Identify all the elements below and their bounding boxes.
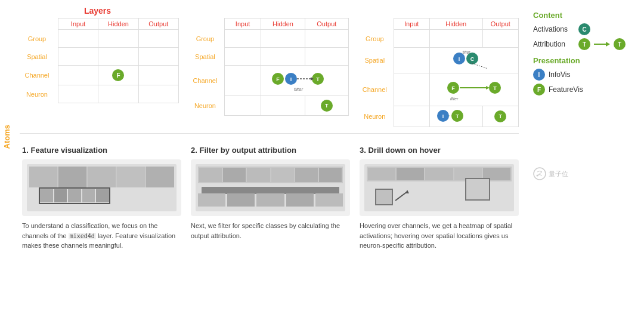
svg-line-14 (470, 63, 488, 69)
svg-text:T: T (493, 85, 497, 91)
graph-svg-3-spatial: I C filter (435, 48, 513, 72)
col-input-2: Input (224, 19, 261, 30)
svg-text:F: F (277, 76, 280, 82)
cell-neuron-output-1 (138, 85, 178, 103)
graph-svg-3-channel: F T filter (435, 73, 513, 104)
cell-neuron-graph-3: I T (429, 106, 482, 127)
badge-T-3: T (494, 110, 506, 122)
graph-svg-3-neuron: I T (432, 106, 480, 125)
svg-text:T: T (317, 76, 320, 82)
activations-badge: C (578, 23, 590, 35)
activations-row: Activations C (533, 23, 636, 35)
cell-channel-input-2 (224, 66, 261, 96)
col-output-2: Output (305, 19, 348, 30)
cell-spatial-graph-3: I C filter (429, 48, 518, 73)
cell-group-output-3 (482, 30, 518, 48)
svg-text:I: I (290, 76, 292, 82)
table-3: Input Hidden Output Group (356, 6, 519, 127)
svg-text:F: F (451, 85, 455, 91)
row-channel-1: Channel (16, 66, 58, 85)
badge-T-2: T (321, 100, 333, 112)
cell-neuron-input-2 (224, 96, 261, 116)
step-3-image (360, 159, 519, 216)
cell-channel-output-1 (138, 66, 178, 85)
col-input-1: Input (58, 19, 98, 30)
layer-table-2: Input Hidden Output Group (186, 18, 349, 116)
infovis-label: InfoVis (549, 70, 570, 79)
layers-title-1: Layers (16, 6, 179, 16)
step3-arrow-svg (391, 183, 426, 207)
col-hidden-2: Hidden (261, 19, 305, 30)
svg-point-30 (537, 175, 538, 177)
steps-section: 1. Feature visualization (14, 140, 525, 257)
cell-neuron-hidden-2 (261, 96, 305, 116)
svg-text:filter: filter (450, 97, 459, 101)
svg-text:filter: filter (462, 50, 470, 54)
featurevis-row: F FeatureVis (533, 84, 636, 96)
cell-spatial-output-1 (138, 48, 178, 66)
cell-group-hidden-3 (429, 30, 482, 48)
cell-neuron-output-3: T (482, 106, 518, 127)
cell-neuron-output-2: T (305, 96, 348, 116)
svg-marker-28 (405, 190, 409, 193)
svg-text:I: I (442, 113, 444, 119)
right-panel: Content Activations C Attribution T T Pr… (525, 6, 644, 257)
divider (20, 133, 519, 134)
step-1-card: 1. Feature visualization (22, 146, 181, 251)
featurevis-badge: F (533, 84, 545, 96)
cell-spatial-hidden-1 (98, 48, 138, 66)
row-channel-2: Channel (186, 66, 224, 96)
watermark-area: 量子位 (533, 167, 636, 180)
cell-group-hidden-2 (261, 30, 305, 48)
row-neuron-3: Neuron (356, 106, 394, 127)
cell-spatial-input-2 (224, 48, 261, 66)
col-output-1: Output (138, 19, 178, 30)
attribution-badge-right: T (614, 38, 626, 50)
cell-group-output-2 (305, 30, 348, 48)
infovis-row: I InfoVis (533, 69, 636, 81)
step-1-title: 1. Feature visualization (22, 146, 181, 155)
svg-line-27 (395, 192, 407, 201)
cell-spatial-hidden-2 (261, 48, 305, 66)
col-input-3: Input (394, 19, 429, 30)
cell-spatial-input-1 (58, 48, 98, 66)
cell-channel-hidden-1: F (98, 66, 138, 85)
row-neuron-1: Neuron (16, 85, 58, 103)
step-1-text: To understand a classification, we focus… (22, 221, 181, 251)
col-output-3: Output (482, 19, 518, 30)
featurevis-label: FeatureVis (549, 85, 583, 94)
row-spatial-3: Spatial (356, 48, 394, 73)
layer-table-3: Input Hidden Output Group (356, 18, 519, 127)
step-3-card: 3. Drill down on hover (360, 146, 519, 251)
content-title: Content (533, 11, 636, 20)
row-group-3: Group (356, 30, 394, 48)
activations-label: Activations (533, 25, 575, 33)
cell-group-hidden-1 (98, 30, 138, 48)
attribution-row: Attribution T T (533, 38, 636, 50)
svg-text:T: T (456, 113, 459, 119)
cell-group-input-3 (394, 30, 429, 48)
svg-text:filter: filter (294, 87, 303, 92)
col-hidden-3: Hidden (429, 19, 482, 30)
row-channel-3: Channel (356, 73, 394, 106)
watermark-text: 量子位 (549, 170, 568, 178)
row-spatial-2: Spatial (186, 48, 224, 66)
row-neuron-2: Neuron (186, 96, 224, 116)
cell-channel-input-1 (58, 66, 98, 85)
attribution-arrow (594, 42, 610, 47)
layer-table-1: Input Hidden Output Group (16, 18, 179, 103)
step-3-title: 3. Drill down on hover (360, 146, 519, 155)
table-1: Layers Input Hidden Output Group (16, 6, 179, 127)
cell-neuron-input-1 (58, 85, 98, 103)
cell-group-input-2 (224, 30, 261, 48)
cell-channel-input-3 (394, 73, 429, 106)
step-2-card: 2. Filter by output attribution (191, 146, 350, 251)
cell-group-output-1 (138, 30, 178, 48)
step-1-image (22, 159, 181, 216)
cell-group-input-1 (58, 30, 98, 48)
atoms-label: Atoms (0, 18, 14, 257)
svg-text:I: I (459, 56, 460, 62)
step-2-image (191, 159, 350, 216)
col-hidden-1: Hidden (98, 19, 138, 30)
row-spatial-1: Spatial (16, 48, 58, 66)
